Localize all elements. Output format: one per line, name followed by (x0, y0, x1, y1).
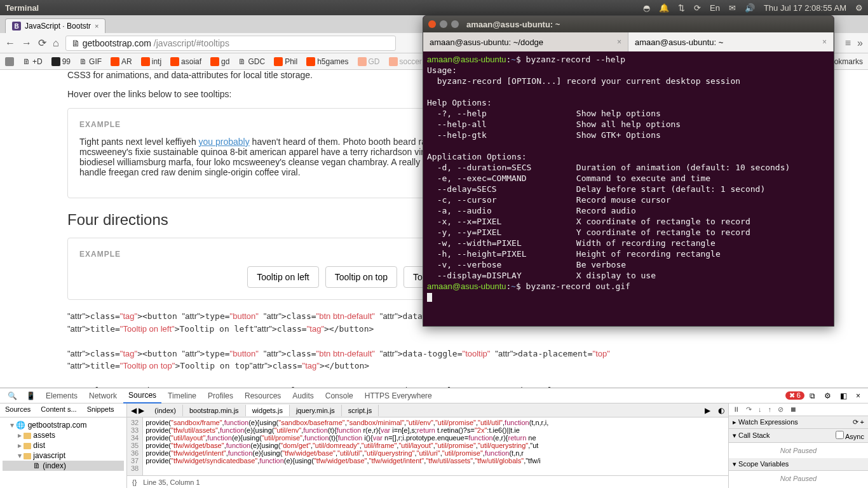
history-icon[interactable]: ◀ ▶ (127, 406, 148, 415)
close-icon[interactable]: × (822, 37, 827, 46)
run-icon[interactable]: ▶ (701, 406, 714, 415)
file-tree[interactable]: 🌐 getbootstrap.com assets dist javascrip… (0, 417, 126, 473)
toggle-icon[interactable]: ◐ (714, 406, 728, 415)
bookmark-item[interactable]: h5games (306, 57, 348, 66)
bookmark-item[interactable]: Phil (274, 57, 297, 66)
tab-https[interactable]: HTTPS Everywhere (360, 389, 437, 403)
file-tab[interactable]: jquery.min.js (290, 405, 342, 416)
close-devtools-icon[interactable]: × (852, 391, 864, 400)
browser-tab[interactable]: B JavaScript · Bootstr × (5, 18, 105, 33)
bookmark-item[interactable]: 🗎 GIF (79, 57, 102, 66)
tooltip-left-button[interactable]: Tooltip on left (247, 266, 319, 288)
tab-timeline[interactable]: Timeline (163, 389, 201, 403)
sync-icon[interactable]: ⟳ (694, 3, 701, 13)
bookmark-item[interactable]: gd (210, 57, 229, 66)
keyboard-indicator[interactable]: En (710, 3, 720, 13)
file-tab[interactable]: script.js (342, 405, 379, 416)
window-close-icon[interactable] (428, 20, 436, 28)
callstack-section[interactable]: ▾ Call Stack Async (729, 429, 868, 443)
tree-domain[interactable]: 🌐 getbootstrap.com (3, 420, 124, 430)
scope-section[interactable]: ▾ Scope Variables (729, 458, 868, 471)
volume-icon[interactable]: 🔊 (745, 3, 755, 13)
watch-section[interactable]: ▸ Watch Expressions⟳ + (729, 416, 868, 429)
tooltip-top-button[interactable]: Tooltip on top (325, 266, 397, 288)
inspect-icon[interactable]: 🔍 (4, 391, 21, 400)
address-bar[interactable]: 🗎 getbootstrap.com/javascript/#tooltips (65, 36, 396, 51)
tab-resources[interactable]: Resources (240, 389, 286, 403)
forward-button[interactable]: → (22, 37, 32, 49)
clock[interactable]: Thu Jul 17 2:08:55 AM (764, 3, 846, 13)
reload-button[interactable]: ⟳ (38, 37, 46, 49)
async-checkbox[interactable] (836, 431, 844, 439)
terminal-titlebar[interactable]: amaan@asus-ubuntu: ~ (423, 16, 834, 32)
sources-subtab[interactable]: Sources (0, 403, 36, 417)
terminal-tab[interactable]: amaan@asus-ubuntu: ~× (628, 32, 834, 51)
sources-navigator: Sources Content s... Snippets 🌐 getboots… (0, 403, 127, 488)
content-scripts-subtab[interactable]: Content s... (36, 403, 81, 417)
mail-icon[interactable]: ✉ (729, 3, 736, 13)
menu-icon[interactable]: ≡ (845, 37, 851, 49)
overflow-icon[interactable]: » (857, 37, 863, 49)
tab-elements[interactable]: Elements (41, 389, 83, 403)
file-tab[interactable]: widgets.js (246, 405, 290, 416)
close-tab-icon[interactable]: × (95, 22, 98, 30)
bookmark-item[interactable]: 🗎 +D (23, 57, 43, 66)
tooltip-link[interactable]: you probably (199, 137, 250, 147)
bookmark-item[interactable]: GD (358, 57, 380, 66)
url-domain: getbootstrap.com (83, 38, 151, 48)
bookmark-item[interactable]: 🗎 GDC (238, 57, 265, 66)
tree-folder[interactable]: dist (3, 440, 124, 451)
step-over-icon[interactable]: ↷ (746, 405, 752, 414)
bookmark-item[interactable]: soccer (389, 57, 422, 66)
network-icon[interactable]: ⇅ (678, 3, 685, 13)
step-into-icon[interactable]: ↓ (758, 405, 762, 414)
step-out-icon[interactable]: ↑ (768, 405, 772, 414)
bookmark-item[interactable]: AR (111, 57, 132, 66)
error-badge[interactable]: ✖ 6 (785, 391, 804, 400)
tab-profiles[interactable]: Profiles (203, 389, 238, 403)
bookmark-item[interactable]: intj (141, 57, 161, 66)
tab-sources[interactable]: Sources (123, 388, 161, 403)
close-icon[interactable]: × (617, 37, 621, 46)
dock-icon[interactable]: ◧ (836, 391, 851, 400)
snippets-subtab[interactable]: Snippets (82, 403, 119, 417)
active-app-title: Terminal (5, 3, 39, 13)
device-icon[interactable]: 📱 (22, 391, 39, 400)
terminal-window: amaan@asus-ubuntu: ~ amaan@asus-ubuntu: … (423, 15, 834, 327)
drawer-icon[interactable]: ⧉ (806, 391, 819, 400)
favicon: B (12, 22, 21, 30)
bookmark-item[interactable] (5, 57, 14, 66)
settings-icon[interactable]: ⚙ (820, 391, 835, 400)
tree-folder[interactable]: assets (3, 430, 124, 440)
window-maximize-icon[interactable] (451, 20, 459, 28)
terminal-tab[interactable]: amaan@asus-ubuntu: ~/dodge× (423, 32, 628, 51)
home-button[interactable]: ⌂ (53, 37, 59, 49)
tab-title: JavaScript · Bootstr (25, 22, 91, 30)
bookmark-item[interactable]: asoiaf (170, 57, 201, 66)
deactivate-icon[interactable]: ⊘ (778, 405, 783, 414)
pause-icon[interactable]: ⏸ (733, 405, 740, 414)
terminal-title: amaan@asus-ubuntu: ~ (466, 20, 560, 29)
debugger-sidebar: ⏸ ↷ ↓ ↑ ⊘ ⏹ ▸ Watch Expressions⟳ + ▾ Cal… (728, 403, 868, 488)
back-button[interactable]: ← (5, 37, 15, 49)
file-tab[interactable]: bootstrap.min.js (183, 405, 246, 416)
tab-network[interactable]: Network (84, 389, 122, 403)
tree-file[interactable]: 🗎 (index) (3, 461, 124, 471)
bookmark-item[interactable]: 99 (51, 57, 71, 66)
notification-icon[interactable]: 🔔 (659, 3, 669, 13)
gear-icon[interactable]: ⚙ (855, 3, 863, 13)
source-editor[interactable]: 32 33 34 35 36 37 38 provide("sandbox/fr… (127, 417, 728, 475)
editor-tabs: ◀ ▶ (index) bootstrap.min.js widgets.js … (127, 403, 728, 417)
tab-console[interactable]: Console (320, 389, 358, 403)
pause-exceptions-icon[interactable]: ⏹ (790, 405, 797, 414)
terminal-body[interactable]: amaan@asus-ubuntu:~$ byzanz-record --hel… (423, 51, 834, 326)
file-tab[interactable]: (index) (148, 405, 183, 416)
tab-audits[interactable]: Audits (287, 389, 318, 403)
tree-folder[interactable]: javascript (3, 451, 124, 461)
window-minimize-icon[interactable] (440, 20, 447, 28)
steam-icon[interactable]: ◓ (643, 3, 650, 13)
url-path: /javascript/#tooltips (154, 38, 229, 48)
devtools-tabs: 🔍 📱 Elements Network Sources Timeline Pr… (0, 388, 868, 403)
system-menubar: Terminal ◓ 🔔 ⇅ ⟳ En ✉ 🔊 Thu Jul 17 2:08:… (0, 0, 868, 15)
pretty-print-icon[interactable]: {} (132, 478, 137, 486)
